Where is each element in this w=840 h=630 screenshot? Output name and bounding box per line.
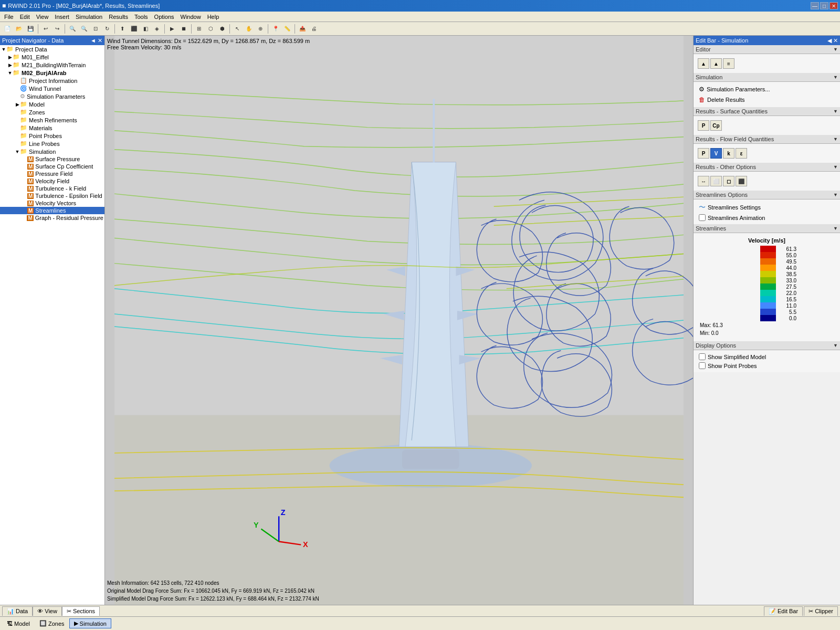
section-display-options[interactable]: Display Options ▼ [694, 341, 840, 350]
3d-canvas[interactable] [105, 36, 693, 605]
menu-results[interactable]: Results [106, 13, 131, 21]
tree-simparam[interactable]: ⚙ Simulation Parameters [0, 92, 104, 100]
toolbar-open[interactable]: 📂 [14, 24, 24, 34]
section-simulation[interactable]: Simulation ▼ [694, 73, 840, 82]
expand-simulation[interactable]: ▼ [15, 149, 20, 154]
close-button[interactable]: ✕ [830, 2, 838, 9]
ff-eps-btn[interactable]: ε [736, 148, 747, 159]
toolbar-select[interactable]: ↖ [232, 24, 243, 34]
tree-pointprobes[interactable]: 📁 Point Probes [0, 132, 104, 140]
toolbar-fit[interactable]: ⊡ [90, 24, 101, 34]
tree-turbkfield[interactable]: M Turbulence - k Field [0, 185, 104, 192]
tree-graphresid[interactable]: M Graph - Residual Pressure [0, 214, 104, 222]
sq-p-btn[interactable]: P [698, 120, 709, 131]
toolbar-save[interactable]: 💾 [25, 24, 36, 34]
editor-up2-btn[interactable]: ▲ [710, 58, 722, 69]
toolbar-zoom-out[interactable]: 🔍 [79, 24, 89, 34]
tree-model[interactable]: ▶ 📁 Model [0, 100, 104, 108]
tree-turbepsfield[interactable]: M Turbulence - Epsilon Field [0, 192, 104, 200]
ff-p-btn[interactable]: P [698, 148, 709, 159]
oo-btn1[interactable]: ↔ [698, 176, 709, 186]
menu-simulation[interactable]: Simulation [72, 13, 106, 21]
menu-help[interactable]: Help [204, 13, 223, 21]
toolbar-rotate[interactable]: ↻ [102, 24, 112, 34]
toolbar-stop[interactable]: ⏹ [178, 24, 189, 34]
minimize-button[interactable]: — [811, 2, 819, 9]
menu-edit[interactable]: Edit [17, 13, 33, 21]
toolbar-view-top[interactable]: ⬆ [117, 24, 128, 34]
toolbar-zoom-in[interactable]: 🔍 [67, 24, 78, 34]
section-streamlines-legend[interactable]: Streamlines ▼ [694, 224, 840, 233]
menu-window[interactable]: Window [177, 13, 204, 21]
menu-view[interactable]: View [33, 13, 52, 21]
expand-model[interactable]: ▶ [15, 102, 20, 107]
tree-velvectors[interactable]: M Velocity Vectors [0, 200, 104, 207]
oo-btn4[interactable]: ⬛ [736, 176, 747, 186]
menu-file[interactable]: File [1, 13, 17, 21]
right-panel-controls[interactable]: ◀ ✕ [827, 37, 838, 44]
show-point-probes-item[interactable]: Show Point Probes [696, 361, 838, 370]
viewport[interactable]: Z Y X Wind Tunnel Dimensions: Dx = 1522.… [105, 36, 693, 605]
btm-zones-btn[interactable]: 🔲 Zones [35, 618, 69, 628]
editor-up1-btn[interactable]: ▲ [698, 58, 709, 69]
streamlines-animation-checkbox[interactable] [699, 214, 706, 221]
tab-data[interactable]: 📊 Data [2, 606, 33, 616]
section-other-options[interactable]: Results - Other Options ▼ [694, 163, 840, 172]
toolbar-wireframe[interactable]: ⬡ [205, 24, 216, 34]
toolbar-print[interactable]: 🖨 [309, 24, 319, 34]
section-editor[interactable]: Editor ▼ [694, 45, 840, 54]
section-surface-quantities[interactable]: Results - Surface Quantities ▼ [694, 107, 840, 116]
tree-materials[interactable]: 📁 Materials [0, 124, 104, 132]
tree-simulation[interactable]: ▼ 📁 Simulation [0, 148, 104, 155]
sq-cp-btn[interactable]: Cp [710, 120, 722, 131]
tree-surfcp[interactable]: M Surface Cp Coefficient [0, 163, 104, 170]
show-simplified-model-item[interactable]: Show Simplified Model [696, 352, 838, 361]
expand-m02[interactable]: ▼ [7, 70, 13, 76]
toolbar-solid[interactable]: ⬢ [217, 24, 227, 34]
tree-meshrefs[interactable]: 📁 Mesh Refinements [0, 116, 104, 124]
editor-list-btn[interactable]: ≡ [723, 58, 734, 69]
expand-m21[interactable]: ▶ [7, 62, 13, 68]
tree-zones[interactable]: 📁 Zones [0, 108, 104, 116]
btm-model-btn[interactable]: 🏗 Model [2, 618, 35, 628]
menu-options[interactable]: Options [151, 13, 177, 21]
tree-m21[interactable]: ▶ 📁 M21_BuildingWithTerrain [0, 61, 104, 69]
tree-m01[interactable]: ▶ 📁 M01_Eiffel [0, 53, 104, 61]
menu-tools[interactable]: Tools [131, 13, 151, 21]
expand-m01[interactable]: ▶ [7, 55, 13, 60]
toolbar-pan[interactable]: ✋ [244, 24, 254, 34]
tree-surfpressure[interactable]: M Surface Pressure [0, 155, 104, 163]
toolbar-probe[interactable]: 📍 [270, 24, 281, 34]
oo-btn3[interactable]: ◻ [723, 176, 734, 186]
tab-view[interactable]: 👁 View [33, 606, 62, 616]
tree-project-data[interactable]: ▼ 📁 Project Data [0, 45, 104, 53]
clipper-tab[interactable]: ✂ Clipper [804, 606, 838, 616]
maximize-button[interactable]: □ [820, 2, 828, 9]
toolbar-undo[interactable]: ↩ [40, 24, 51, 34]
toolbar-run[interactable]: ▶ [167, 24, 177, 34]
sim-params-action[interactable]: ⚙ Simulation Parameters... [696, 84, 838, 94]
ff-v-btn[interactable]: V [710, 148, 722, 159]
show-simplified-model-checkbox[interactable] [699, 353, 706, 360]
toolbar-export[interactable]: 📤 [297, 24, 308, 34]
panel-collapse-btn[interactable]: ◄ ✕ [90, 37, 102, 44]
expand-project-data[interactable]: ▼ [1, 47, 6, 52]
toolbar-mesh[interactable]: ⊞ [194, 24, 204, 34]
ff-k-btn[interactable]: k [723, 148, 734, 159]
tree-windtunnel[interactable]: 🌀 Wind Tunnel [0, 85, 104, 92]
tab-sections[interactable]: ✂ Sections [62, 606, 100, 616]
streamlines-settings-item[interactable]: 〜 Streamlines Settings [696, 202, 838, 213]
tree-streamlines[interactable]: M Streamlines [0, 207, 104, 214]
tree-lineprobes[interactable]: 📁 Line Probes [0, 140, 104, 148]
toolbar-view-front[interactable]: ⬛ [129, 24, 139, 34]
btm-simulation-btn[interactable]: ▶ Simulation [69, 618, 111, 628]
tree-pressfield[interactable]: M Pressure Field [0, 170, 104, 177]
show-point-probes-checkbox[interactable] [699, 362, 706, 369]
toolbar-measure[interactable]: 📏 [282, 24, 292, 34]
delete-results-action[interactable]: 🗑 Delete Results [696, 94, 838, 105]
toolbar-redo[interactable]: ↪ [52, 24, 62, 34]
oo-btn2[interactable]: ⬜ [710, 176, 722, 186]
menu-insert[interactable]: Insert [51, 13, 72, 21]
toolbar-new[interactable]: 📄 [2, 24, 13, 34]
section-flow-field[interactable]: Results - Flow Field Quantities ▼ [694, 135, 840, 144]
